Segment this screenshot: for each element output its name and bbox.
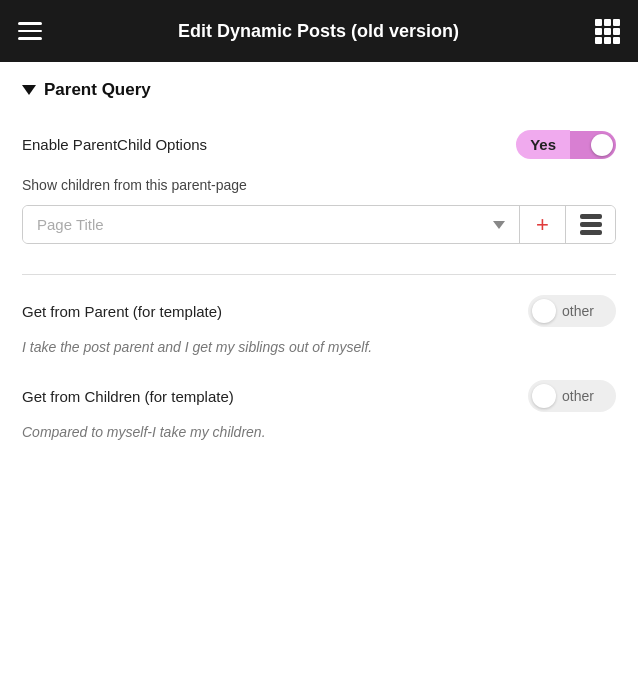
toggle-yes-label: Yes <box>516 130 570 159</box>
section-title: Parent Query <box>44 80 151 100</box>
dropdown-arrow-icon <box>493 221 505 229</box>
toggle-switch[interactable] <box>570 131 616 159</box>
toggle-other-label-2: other <box>562 388 598 404</box>
get-from-children-label: Get from Children (for template) <box>22 386 234 407</box>
get-from-children-description: Compared to myself-I take my children. <box>22 422 616 443</box>
show-children-subtitle: Show children from this parent-page <box>22 177 616 193</box>
get-from-parent-description: I take the post parent and I get my sibl… <box>22 337 616 358</box>
get-from-children-row: Get from Children (for template) other <box>22 380 616 412</box>
get-from-parent-toggle[interactable]: other <box>528 295 616 327</box>
page-title-dropdown-row: Page Title + <box>22 205 616 244</box>
toggle-knob <box>532 299 556 323</box>
section-header: Parent Query <box>22 80 616 100</box>
enable-parentchild-row: Enable ParentChild Options Yes <box>22 130 616 159</box>
stack-button[interactable] <box>565 206 615 243</box>
enable-parentchild-toggle[interactable]: Yes <box>516 130 616 159</box>
divider <box>22 274 616 275</box>
get-from-children-toggle[interactable]: other <box>528 380 616 412</box>
plus-icon: + <box>536 212 549 238</box>
enable-parentchild-label: Enable ParentChild Options <box>22 136 207 153</box>
collapse-icon[interactable] <box>22 85 36 95</box>
add-button[interactable]: + <box>519 206 565 243</box>
hamburger-icon[interactable] <box>18 22 42 40</box>
app-header: Edit Dynamic Posts (old version) <box>0 0 638 62</box>
toggle-knob-2 <box>532 384 556 408</box>
stack-icon <box>580 214 602 235</box>
page-title-select[interactable]: Page Title <box>23 206 519 243</box>
get-from-parent-label: Get from Parent (for template) <box>22 301 222 322</box>
grid-icon[interactable] <box>595 19 620 44</box>
page-title: Edit Dynamic Posts (old version) <box>178 21 459 42</box>
get-from-parent-row: Get from Parent (for template) other <box>22 295 616 327</box>
content-area: Parent Query Enable ParentChild Options … <box>0 62 638 483</box>
dropdown-placeholder: Page Title <box>37 216 104 233</box>
toggle-other-label: other <box>562 303 598 319</box>
